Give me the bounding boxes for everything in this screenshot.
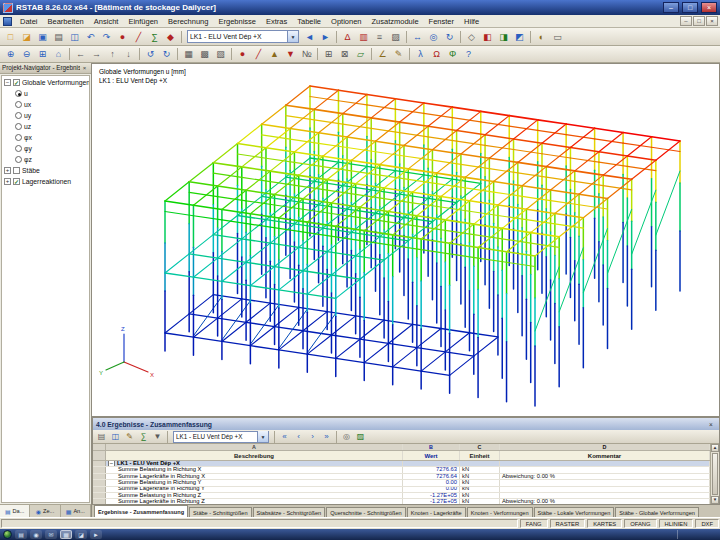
maximize-button[interactable]: □ xyxy=(682,2,698,13)
chevron-down-icon[interactable]: ▼ xyxy=(257,431,268,442)
visibility-button[interactable]: ◐ xyxy=(534,30,549,44)
redo-button[interactable]: ↷ xyxy=(99,30,114,44)
tab-knoten-verformungen[interactable]: Knoten - Verformungen xyxy=(467,507,533,517)
last-loadcase-button[interactable]: » xyxy=(320,431,333,443)
table-row[interactable]: Summe Lagerkräfte in Richtung Z-1.27E+05… xyxy=(93,499,710,504)
calculation-button[interactable]: ∑ xyxy=(147,30,162,44)
wireframe-mode-button[interactable]: ▦ xyxy=(181,47,196,61)
menu-berechnung[interactable]: Berechnung xyxy=(163,16,213,27)
solid-mode-button[interactable]: ▩ xyxy=(197,47,212,61)
mdi-minimize-button[interactable]: – xyxy=(680,16,692,26)
next-loadcase-table-button[interactable]: › xyxy=(306,431,319,443)
scroll-thumb[interactable] xyxy=(712,453,718,495)
status-toggle-dxf[interactable]: DXF xyxy=(695,519,719,528)
results-close-icon[interactable]: × xyxy=(706,421,716,428)
view-z-button[interactable]: ◩ xyxy=(512,30,527,44)
navigator-tab-an[interactable]: ▦An... xyxy=(61,505,91,517)
new-node-button[interactable]: ● xyxy=(115,30,130,44)
prev-loadcase-table-button[interactable]: ‹ xyxy=(292,431,305,443)
scroll-down-icon[interactable]: ▼ xyxy=(711,496,719,504)
clipping-plane-button[interactable]: ▭ xyxy=(550,30,565,44)
taskbar-item-mail[interactable]: ✉ xyxy=(45,530,57,539)
menu-optionen[interactable]: Optionen xyxy=(326,16,366,27)
column-header-einheit[interactable]: Einheit xyxy=(460,451,500,460)
transparent-mode-button[interactable]: ▧ xyxy=(213,47,228,61)
tab-stabs-tze-schnittgr-en[interactable]: Stabsätze - Schnittgrößen xyxy=(253,507,326,517)
checkbox-icon[interactable] xyxy=(13,167,20,174)
isometric-view-button[interactable]: ◇ xyxy=(464,30,479,44)
taskbar-item-folder[interactable]: ◪ xyxy=(75,530,87,539)
menu-einf-gen[interactable]: Einfügen xyxy=(123,16,163,27)
copy-button[interactable]: ◫ xyxy=(67,30,82,44)
menu-extras[interactable]: Extras xyxy=(261,16,292,27)
undo-button[interactable]: ↶ xyxy=(83,30,98,44)
column-letter-a[interactable]: A xyxy=(106,444,403,450)
model-viewport[interactable]: Globale Verformungen u [mm] LK1 : ELU Ve… xyxy=(92,63,720,417)
radio-icon[interactable] xyxy=(15,123,22,130)
pan-left-button[interactable]: ← xyxy=(73,47,88,61)
tree-item-y[interactable]: φy xyxy=(2,143,89,154)
dynamics-button[interactable]: Ω xyxy=(429,47,444,61)
taskbar-item-media[interactable]: ► xyxy=(90,530,102,539)
stability-button[interactable]: Φ xyxy=(445,47,460,61)
navigator-tab-da[interactable]: ▤Da... xyxy=(0,505,30,517)
result-values-button[interactable]: ≡ xyxy=(372,30,387,44)
collapse-icon[interactable]: − xyxy=(108,461,115,466)
view-y-button[interactable]: ◨ xyxy=(496,30,511,44)
status-toggle-ofang[interactable]: OFANG xyxy=(624,519,656,528)
taskbar-item-rstab[interactable]: ▦ xyxy=(60,530,72,539)
scroll-up-icon[interactable]: ▲ xyxy=(711,444,719,452)
taskbar-item-explorer[interactable]: ▤ xyxy=(15,530,27,539)
table-search-button[interactable]: ◎ xyxy=(340,431,353,443)
column-header-kommentar[interactable]: Kommentar xyxy=(500,451,710,460)
menu-hilfe[interactable]: Hilfe xyxy=(459,16,484,27)
tab-ergebnisse-zusammenfassung[interactable]: Ergebnisse - Zusammenfassung xyxy=(94,505,188,517)
show-members-button[interactable]: ╱ xyxy=(251,47,266,61)
navigator-tab-ze[interactable]: ◉Ze... xyxy=(30,505,60,517)
table-edit-button[interactable]: ✎ xyxy=(123,431,136,443)
checkbox-icon[interactable]: ✓ xyxy=(13,178,20,185)
next-loadcase-button[interactable]: ► xyxy=(318,30,333,44)
status-toggle-raster[interactable]: RASTER xyxy=(550,519,586,528)
save-button[interactable]: ▣ xyxy=(35,30,50,44)
column-letter-d[interactable]: D xyxy=(500,444,710,450)
column-header-beschreibung[interactable]: Beschreibung xyxy=(106,451,403,460)
pan-up-button[interactable]: ↑ xyxy=(105,47,120,61)
modules-button[interactable]: λ xyxy=(413,47,428,61)
tree-item-uy[interactable]: uy xyxy=(2,110,89,121)
navigator-close-icon[interactable]: × xyxy=(80,63,89,73)
expand-icon[interactable]: + xyxy=(4,167,11,174)
menu-ansicht[interactable]: Ansicht xyxy=(89,16,124,27)
tab-st-be-lokale-verformungen[interactable]: Stäbe - Lokale Verformungen xyxy=(534,507,615,517)
show-loads-button[interactable]: ▼ xyxy=(283,47,298,61)
radio-icon[interactable] xyxy=(15,156,22,163)
print-button[interactable]: ▤ xyxy=(51,30,66,44)
print-graphic-button[interactable]: ▨ xyxy=(388,30,403,44)
column-letter-b[interactable]: B xyxy=(403,444,460,450)
tree-item-uz[interactable]: uz xyxy=(2,121,89,132)
results-loadcase-combo[interactable]: LK1 - ELU Vent Dép +X ▼ xyxy=(173,431,269,443)
menu-bearbeiten[interactable]: Bearbeiten xyxy=(43,16,89,27)
tree-item-st-be[interactable]: +Stäbe xyxy=(2,165,89,176)
zoom-view-button[interactable]: ◎ xyxy=(426,30,441,44)
zoom-window-button[interactable]: ⊞ xyxy=(35,47,50,61)
prev-loadcase-button[interactable]: ◄ xyxy=(302,30,317,44)
start-button[interactable] xyxy=(3,530,12,539)
pan-right-button[interactable]: → xyxy=(89,47,104,61)
rotate-view-button[interactable]: ↻ xyxy=(442,30,457,44)
pan-down-button[interactable]: ↓ xyxy=(121,47,136,61)
radio-icon[interactable] xyxy=(15,134,22,141)
mdi-restore-button[interactable]: □ xyxy=(693,16,705,26)
menu-tabelle[interactable]: Tabelle xyxy=(292,16,326,27)
menu-ergebnisse[interactable]: Ergebnisse xyxy=(213,16,261,27)
tree-item-z[interactable]: φz xyxy=(2,154,89,165)
view-x-button[interactable]: ◧ xyxy=(480,30,495,44)
status-toggle-hlinien[interactable]: HLINIEN xyxy=(659,519,694,528)
status-toggle-fang[interactable]: FANG xyxy=(520,519,548,528)
results-toggle-button[interactable]: ◆ xyxy=(163,30,178,44)
zoom-in-button[interactable]: ⊕ xyxy=(3,47,18,61)
grid-toggle-button[interactable]: ⊞ xyxy=(321,47,336,61)
new-member-button[interactable]: ╱ xyxy=(131,30,146,44)
menu-fenster[interactable]: Fenster xyxy=(424,16,459,27)
first-loadcase-button[interactable]: « xyxy=(278,431,291,443)
